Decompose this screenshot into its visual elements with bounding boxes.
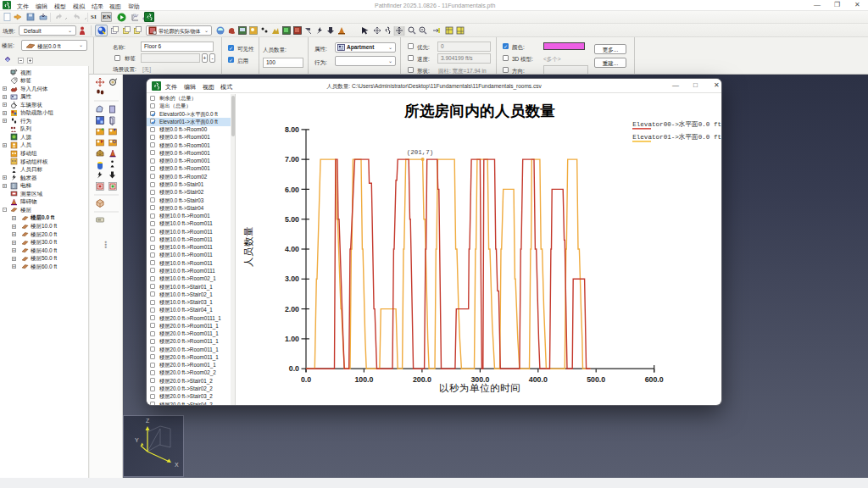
svg-text:7.00: 7.00 [285, 155, 299, 164]
svg-text:0.0: 0.0 [301, 375, 311, 384]
svg-text:3.00: 3.00 [285, 274, 299, 283]
svg-text:(201,7): (201,7) [407, 149, 434, 156]
svg-text:0.0: 0.0 [289, 364, 299, 373]
svg-text:400.0: 400.0 [529, 375, 548, 384]
svg-text:Z: Z [146, 418, 150, 424]
svg-text:Elevator01->水平面0.0 ft: Elevator01->水平面0.0 ft [632, 133, 721, 141]
svg-text:200.0: 200.0 [413, 375, 431, 384]
svg-text:100.0: 100.0 [354, 375, 373, 384]
svg-text:Elevator00->水平面0.0 ft: Elevator00->水平面0.0 ft [632, 120, 721, 128]
svg-text:2.00: 2.00 [285, 305, 299, 313]
svg-text:Y: Y [135, 437, 139, 443]
svg-text:6.00: 6.00 [285, 186, 299, 194]
svg-text:X: X [175, 462, 179, 468]
svg-text:人员数量: 人员数量 [243, 226, 253, 267]
svg-text:所选房间内的人员数量: 所选房间内的人员数量 [403, 103, 555, 119]
svg-text:300.0: 300.0 [470, 375, 489, 384]
svg-text:1.00: 1.00 [285, 335, 299, 343]
svg-text:5.00: 5.00 [285, 215, 299, 224]
svg-text:500.0: 500.0 [587, 375, 605, 384]
svg-text:8.00: 8.00 [285, 125, 299, 134]
svg-text:以秒为单位的时间: 以秒为单位的时间 [439, 383, 520, 393]
svg-text:4.00: 4.00 [285, 245, 299, 253]
svg-text:600.0: 600.0 [645, 375, 664, 384]
